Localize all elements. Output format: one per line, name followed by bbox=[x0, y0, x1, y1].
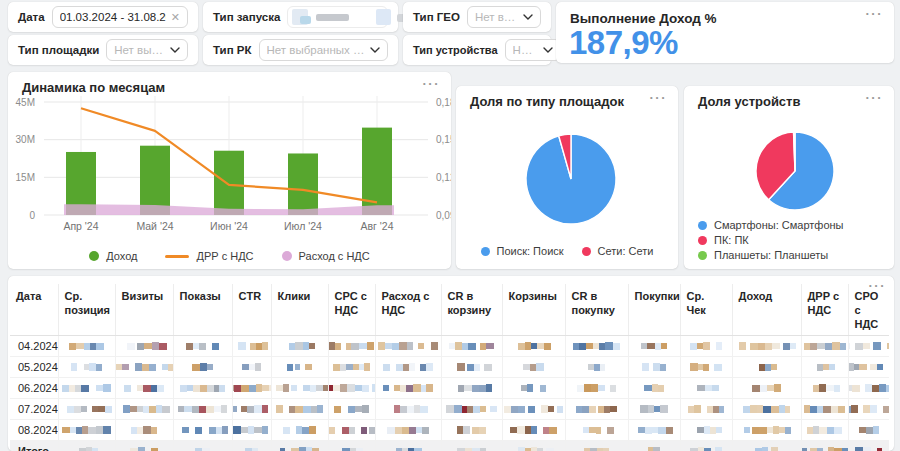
table-cell bbox=[502, 357, 565, 378]
geo-type-select[interactable]: Нет выбран... bbox=[467, 6, 541, 28]
row-label: 07.2024 bbox=[10, 399, 58, 420]
censored-cell-value bbox=[736, 420, 798, 440]
column-header[interactable]: ДРР с НДС bbox=[801, 284, 848, 336]
table-cell bbox=[375, 441, 441, 451]
pie-card-platform-share: Доля по типу площадок ··· Поиск: ПоискСе… bbox=[456, 86, 678, 269]
date-range-input[interactable]: 01.03.2024 - 31.08.2024 ✕ bbox=[52, 6, 188, 28]
pie1-plot[interactable] bbox=[456, 112, 678, 236]
censored-cell-value bbox=[236, 336, 268, 356]
chevron-down-icon[interactable] bbox=[170, 47, 180, 53]
column-header[interactable]: Доход bbox=[732, 284, 801, 336]
column-header[interactable]: Ср. позиция bbox=[58, 284, 115, 336]
chevron-down-icon[interactable] bbox=[370, 47, 380, 53]
svg-text:0: 0 bbox=[29, 210, 35, 221]
table-menu-icon[interactable]: ··· bbox=[869, 278, 887, 293]
censored-cell-value bbox=[445, 420, 499, 440]
metrics-table-card: ··· ДатаСр. позицияВизитыПоказыCTRКликиC… bbox=[8, 276, 894, 451]
legend-item[interactable]: Планшеты: Планшеты bbox=[698, 249, 828, 261]
pie1-title: Доля по типу площадок bbox=[470, 94, 624, 109]
legend-item[interactable]: ПК: ПК bbox=[698, 234, 749, 246]
row-label: 06.2024 bbox=[10, 378, 58, 399]
pie2-legend: Смартфоны: СмартфоныПК: ПКПланшеты: План… bbox=[698, 219, 890, 261]
censored-cell-value bbox=[119, 420, 170, 440]
censored-cell-value bbox=[275, 441, 325, 451]
censored-cell-value bbox=[119, 399, 170, 419]
chart-menu-icon[interactable]: ··· bbox=[423, 76, 441, 91]
column-header[interactable]: CPC с НДС bbox=[328, 284, 375, 336]
column-header[interactable]: Покупки bbox=[628, 284, 680, 336]
table-cell bbox=[375, 357, 441, 378]
legend-item[interactable]: Расход с НДС bbox=[282, 250, 370, 262]
table-cell bbox=[628, 378, 680, 399]
table-cell bbox=[441, 399, 502, 420]
censored-cell-value bbox=[805, 357, 845, 377]
column-header[interactable]: Ср. Чек bbox=[680, 284, 732, 336]
combo-chart-plot[interactable]: 00,0915M0,1230M0,1545M0,18Апр '24Май '24… bbox=[8, 94, 451, 244]
column-header[interactable]: CR в покупку bbox=[565, 284, 628, 336]
table-cell bbox=[173, 336, 232, 357]
censored-cell-value bbox=[379, 357, 438, 377]
pie1-menu-icon[interactable]: ··· bbox=[650, 90, 668, 105]
censored-cell-value bbox=[736, 357, 798, 377]
table-cell bbox=[328, 420, 375, 441]
table-cell bbox=[565, 399, 628, 420]
legend-label: Сети: Сети bbox=[598, 245, 654, 257]
censored-cell-value bbox=[236, 420, 268, 440]
column-header[interactable]: Расход с НДС bbox=[375, 284, 441, 336]
censored-cell-value bbox=[332, 441, 372, 451]
table-cell bbox=[565, 378, 628, 399]
table-cell bbox=[271, 378, 328, 399]
filter-campaign-type[interactable]: Тип РК Нет выбранных значений bbox=[203, 35, 398, 65]
table-row: 08.2024 bbox=[10, 420, 889, 441]
legend-item[interactable]: Поиск: Поиск bbox=[481, 245, 564, 257]
legend-item[interactable]: ДРР с НДС bbox=[165, 250, 253, 262]
legend-label: Расход с НДС bbox=[299, 250, 370, 262]
table-row: 06.2024 bbox=[10, 378, 889, 399]
column-header[interactable]: CTR bbox=[232, 284, 271, 336]
censored-cell-value bbox=[805, 420, 845, 440]
clear-date-icon[interactable]: ✕ bbox=[171, 12, 180, 23]
filter-launch-type[interactable]: Тип запуска bbox=[203, 2, 398, 32]
censored-cell-value bbox=[379, 336, 438, 356]
svg-text:0,12: 0,12 bbox=[436, 172, 451, 183]
column-header[interactable]: Корзины bbox=[502, 284, 565, 336]
platform-type-select[interactable]: Нет выбранных зн... bbox=[106, 39, 188, 61]
chevron-down-icon[interactable] bbox=[543, 47, 553, 53]
table-cell bbox=[441, 441, 502, 451]
censored-cell-value bbox=[62, 336, 112, 356]
filter-device-type[interactable]: Тип устройства Нет ... bbox=[403, 35, 551, 65]
censored-cell-value bbox=[62, 420, 112, 440]
censored-cell-value bbox=[236, 399, 268, 419]
column-header[interactable]: Клики bbox=[271, 284, 328, 336]
table-cell bbox=[232, 441, 271, 451]
censored-cell-value bbox=[684, 378, 729, 398]
campaign-type-select[interactable]: Нет выбранных значений bbox=[259, 39, 389, 61]
legend-item[interactable]: Смартфоны: Смартфоны bbox=[698, 219, 844, 231]
column-header[interactable]: Визиты bbox=[115, 284, 173, 336]
device-type-select[interactable]: Нет ... bbox=[505, 39, 561, 61]
filter-date[interactable]: Дата 01.03.2024 - 31.08.2024 ✕ bbox=[8, 2, 198, 32]
column-header[interactable]: CR в корзину bbox=[441, 284, 502, 336]
filter-platform-type[interactable]: Тип площадки Нет выбранных зн... bbox=[8, 35, 198, 65]
censored-cell-value bbox=[62, 357, 112, 377]
table-cell bbox=[848, 420, 889, 441]
legend-item[interactable]: Сети: Сети bbox=[582, 245, 654, 257]
legend-label: Доход bbox=[106, 250, 137, 262]
kpi-menu-icon[interactable]: ··· bbox=[866, 6, 884, 21]
censored-cell-value bbox=[177, 399, 229, 419]
censored-cell-value bbox=[852, 336, 887, 356]
table-cell bbox=[848, 378, 889, 399]
table-cell bbox=[502, 420, 565, 441]
legend-dot bbox=[698, 236, 707, 245]
legend-label: ПК: ПК bbox=[714, 234, 749, 246]
chevron-down-icon[interactable] bbox=[523, 14, 533, 20]
censored-cell-value bbox=[632, 441, 677, 451]
column-header[interactable]: Показы bbox=[173, 284, 232, 336]
legend-item[interactable]: Доход bbox=[89, 250, 137, 262]
column-header[interactable]: Дата bbox=[10, 284, 58, 336]
launch-type-select[interactable] bbox=[287, 6, 388, 28]
pie2-plot[interactable] bbox=[684, 112, 894, 230]
censored-cell-value bbox=[569, 399, 625, 419]
filter-geo-type[interactable]: Тип ГЕО Нет выбран... bbox=[403, 2, 551, 32]
pie2-menu-icon[interactable]: ··· bbox=[866, 90, 884, 105]
